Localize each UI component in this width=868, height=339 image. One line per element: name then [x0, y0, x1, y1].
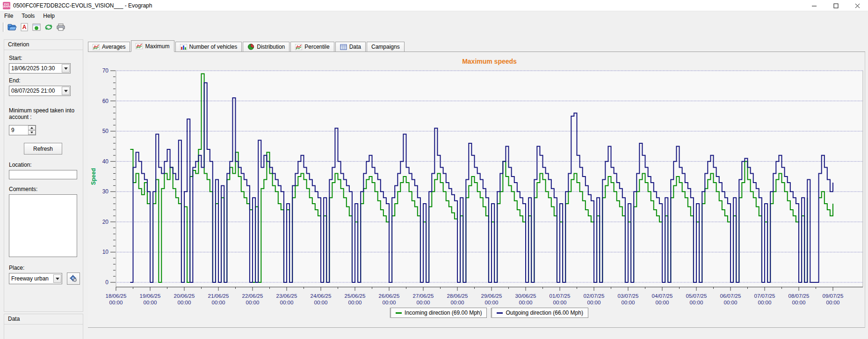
tab-label: Maximum — [145, 43, 169, 50]
x-tick-time: 00:00 — [519, 300, 533, 305]
export-image-button[interactable] — [31, 22, 42, 33]
line-chart-icon — [295, 44, 302, 50]
pdf-icon: A — [21, 23, 28, 31]
title-bar: EVO GRAPH 0500FC0FE7DDB2CC-EVOLIS_VISION… — [0, 0, 868, 11]
image-icon — [32, 23, 41, 31]
place-combo-arrow-icon[interactable] — [53, 274, 61, 283]
legend-dash-icon — [497, 312, 503, 314]
x-tick-time: 00:00 — [348, 300, 362, 305]
maximize-button[interactable] — [825, 0, 846, 11]
refresh-button-toolbar[interactable] — [43, 22, 54, 33]
y-tick-label: 50 — [102, 128, 109, 134]
x-tick-time: 00:00 — [826, 300, 840, 305]
start-combo-arrow-icon[interactable] — [62, 64, 70, 73]
comments-textarea[interactable] — [9, 194, 77, 257]
start-datetime-combo[interactable]: 18/06/2025 10:30 — [9, 63, 71, 74]
x-tick-time: 00:00 — [690, 300, 703, 305]
x-tick-date: 25/06/25 — [345, 293, 366, 299]
toolbar-grip — [3, 22, 5, 32]
x-tick-time: 00:00 — [383, 300, 396, 305]
chart-plot: 010203040506070Speed18/06/2500:0019/06/2… — [88, 52, 864, 306]
x-tick-date: 03/07/25 — [618, 293, 639, 299]
tab-data[interactable]: Data — [335, 42, 366, 52]
window-title: 0500FC0FE7DDB2CC-EVOLIS_VISION___ - Evog… — [13, 2, 152, 9]
x-tick-date: 20/06/25 — [174, 293, 195, 299]
min-speed-input[interactable] — [9, 125, 28, 135]
tab-maximum[interactable]: Maximum — [131, 40, 174, 52]
pie-chart-icon — [247, 44, 254, 50]
legend-item: Incoming direction (69.00 Mph) — [391, 308, 487, 318]
close-button[interactable] — [846, 0, 868, 11]
x-tick-date: 19/06/25 — [140, 293, 161, 299]
chart-legend: Incoming direction (69.00 Mph)Outgoing d… — [116, 308, 863, 318]
x-tick-date: 29/06/25 — [481, 293, 502, 299]
data-panel: Data — [4, 314, 83, 339]
window-controls — [803, 0, 868, 11]
end-combo-arrow-icon[interactable] — [62, 87, 70, 95]
x-tick-time: 00:00 — [178, 300, 191, 305]
tab-label: Percentile — [304, 44, 329, 50]
export-pdf-button[interactable]: A — [19, 22, 30, 33]
comments-label: Comments: — [9, 186, 37, 192]
refresh-icon — [44, 23, 53, 31]
y-tick-label: 40 — [102, 158, 109, 165]
x-tick-date: 06/07/25 — [720, 293, 741, 299]
x-tick-date: 02/07/25 — [584, 293, 605, 299]
menu-help[interactable]: Help — [39, 12, 59, 20]
x-tick-time: 00:00 — [792, 300, 806, 305]
x-tick-time: 00:00 — [758, 300, 772, 305]
legend-label: Incoming direction (69.00 Mph) — [405, 310, 482, 316]
x-tick-date: 30/06/25 — [515, 293, 536, 299]
y-tick-label: 20 — [102, 219, 109, 225]
table-icon — [340, 44, 347, 50]
x-tick-time: 00:00 — [622, 300, 635, 305]
tab-number-of-vehicles[interactable]: Number of vehicles — [175, 42, 242, 52]
refresh-button[interactable]: Refresh — [24, 143, 62, 155]
tab-percentile[interactable]: Percentile — [290, 42, 334, 52]
place-settings-button[interactable] — [67, 273, 80, 285]
x-tick-time: 00:00 — [246, 300, 260, 305]
place-value: Freeway urban — [9, 275, 53, 282]
x-tick-time: 00:00 — [724, 300, 738, 305]
x-tick-date: 05/07/25 — [686, 293, 707, 299]
x-tick-date: 18/06/25 — [106, 293, 127, 299]
criterion-panel: Criterion Start: 18/06/2025 10:30 End: 0… — [4, 39, 83, 312]
x-tick-date: 22/06/25 — [242, 293, 263, 299]
location-input[interactable] — [9, 170, 77, 179]
tab-label: Number of vehicles — [189, 44, 238, 50]
location-label: Location: — [9, 162, 32, 168]
line-chart-icon — [93, 44, 100, 50]
tab-averages[interactable]: Averages — [88, 42, 130, 52]
end-datetime-value: 08/07/2025 21:00 — [9, 88, 62, 94]
tab-campaigns[interactable]: Campaigns — [367, 42, 405, 52]
toolbar: A — [0, 21, 868, 34]
end-datetime-combo[interactable]: 08/07/2025 21:00 — [9, 86, 71, 96]
tab-label: Campaigns — [371, 44, 400, 50]
menu-file[interactable]: File — [0, 12, 17, 20]
spin-down-icon[interactable] — [28, 130, 36, 135]
minimize-button[interactable] — [803, 0, 825, 11]
tab-strip: AveragesMaximumNumber of vehiclesDistrib… — [88, 40, 865, 52]
y-tick-label: 10 — [102, 249, 109, 255]
open-file-button[interactable] — [7, 22, 18, 33]
printer-icon — [57, 23, 65, 31]
spin-up-icon[interactable] — [28, 125, 36, 130]
place-combo[interactable]: Freeway urban — [9, 273, 62, 284]
line-chart-icon — [136, 43, 143, 49]
plot-area — [116, 71, 863, 287]
gear-icon — [70, 275, 77, 282]
x-tick-date: 28/06/25 — [447, 293, 468, 299]
legend-item: Outgoing direction (66.00 Mph) — [492, 308, 588, 318]
menu-tools[interactable]: Tools — [17, 12, 39, 20]
place-label: Place: — [9, 265, 24, 271]
chart-title: Maximum speeds — [116, 58, 863, 65]
y-tick-label: 0 — [105, 279, 108, 286]
legend-dash-icon — [396, 312, 402, 314]
x-tick-time: 00:00 — [144, 300, 157, 305]
x-tick-time: 00:00 — [314, 300, 328, 305]
print-button[interactable] — [55, 22, 66, 33]
x-tick-date: 08/07/25 — [788, 293, 810, 299]
x-tick-time: 00:00 — [417, 300, 430, 305]
min-speed-spinner[interactable] — [9, 125, 36, 135]
tab-distribution[interactable]: Distribution — [243, 42, 289, 52]
